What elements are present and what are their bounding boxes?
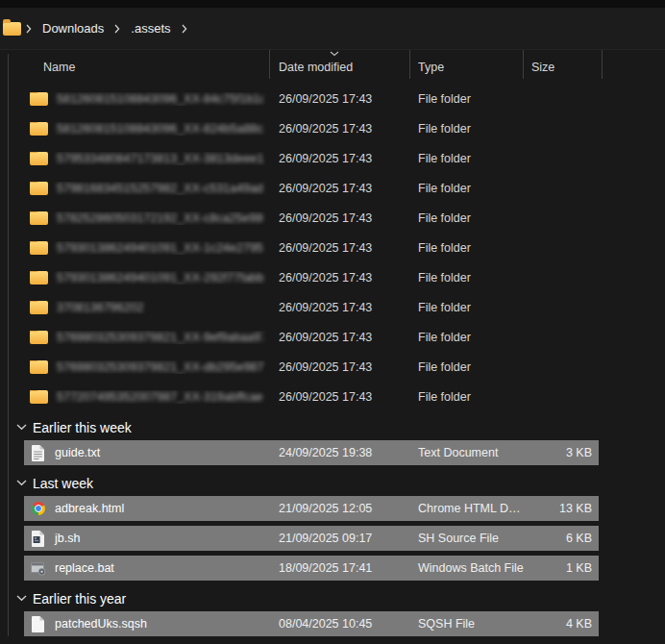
group-header-last-week[interactable]: Last week xyxy=(16,470,599,496)
file-type: SQSH File xyxy=(410,617,524,631)
folder-name: 579301386249401091_XX-1c24e279504343... xyxy=(57,241,263,255)
current-folder-icon xyxy=(3,22,21,36)
column-header-name[interactable]: Name xyxy=(24,50,270,79)
group-header-earlier-this-year[interactable]: Earlier this year xyxy=(16,585,599,611)
modified-date: 26/09/2025 17:43 xyxy=(270,241,410,255)
folder-row[interactable]: 3708136796202 26/09/2025 17:43 File fold… xyxy=(24,295,599,320)
file-type: File folder xyxy=(410,152,524,165)
file-name: guide.txt xyxy=(55,446,100,459)
file-type: File folder xyxy=(410,92,524,106)
folder-icon xyxy=(30,390,48,404)
folder-icon xyxy=(30,271,48,285)
modified-date: 26/09/2025 17:43 xyxy=(270,390,410,404)
folder-icon xyxy=(30,122,48,136)
file-type: File folder xyxy=(410,331,524,344)
sort-descending-icon xyxy=(330,51,339,57)
folder-name: 576980325309379821_XX-db295e9879c5fc... xyxy=(57,360,263,374)
file-type: File folder xyxy=(410,271,524,285)
folder-name: 3708136796202 xyxy=(57,301,143,314)
modified-date: 18/09/2025 17:41 xyxy=(270,561,410,575)
file-name: jb.sh xyxy=(55,532,80,545)
file-name: replace.bat xyxy=(55,561,114,575)
modified-date: 08/04/2025 10:45 xyxy=(270,617,410,631)
folder-row[interactable]: 581260815108843096_XX-824b5a88c5e6d... 2… xyxy=(24,116,599,141)
modified-date: 26/09/2025 17:43 xyxy=(270,182,410,195)
folder-name: 577207495352007987_XX-319abffcae0971... xyxy=(57,390,263,404)
column-header-date-modified[interactable]: Date modified xyxy=(270,50,410,79)
modified-date: 26/09/2025 17:43 xyxy=(270,122,410,136)
chevron-right-icon[interactable] xyxy=(110,24,125,34)
folder-name: 576980325309379821_XX-9ef9abaa9782ea... xyxy=(57,331,263,344)
window-top-edge xyxy=(0,0,665,8)
file-type: File folder xyxy=(410,241,524,255)
folder-row[interactable]: 577207495352007987_XX-319abffcae0971... … xyxy=(24,384,599,409)
folder-name: 579533480847173813_XX-3813deee1cfbd7... xyxy=(57,152,263,165)
modified-date: 26/09/2025 17:43 xyxy=(270,271,410,285)
chevron-down-icon xyxy=(16,595,27,602)
modified-date: 26/09/2025 17:43 xyxy=(270,211,410,225)
file-row-patcheduks-sqsh[interactable]: patchedUks.sqsh 08/04/2025 10:45 SQSH Fi… xyxy=(24,611,599,636)
file-type: SH Source File xyxy=(410,532,524,545)
breadcrumb-item-downloads[interactable]: Downloads xyxy=(37,17,110,39)
chevron-down-icon xyxy=(16,424,27,431)
folder-name: 578252860503172192_XX-c8ca25e980a3fb... xyxy=(57,211,263,225)
file-explorer-window: Downloads .assets Name Date modified Typ… xyxy=(0,0,665,644)
modified-date: 26/09/2025 17:43 xyxy=(270,92,410,106)
text-file-icon xyxy=(30,444,46,461)
column-header-size[interactable]: Size xyxy=(524,50,603,79)
file-row-replace-bat[interactable]: replace.bat 18/09/2025 17:41 Windows Bat… xyxy=(24,556,599,581)
folder-row[interactable]: 581260815108843096_XX-84c75f1b1d3ba... 2… xyxy=(24,87,599,111)
file-size: 4 KB xyxy=(524,617,599,631)
file-type: File folder xyxy=(410,211,524,225)
breadcrumb-item-assets[interactable]: .assets xyxy=(125,17,176,39)
chevron-right-icon[interactable] xyxy=(177,24,192,34)
column-header-type[interactable]: Type xyxy=(410,50,524,79)
folder-row[interactable]: 576980325309379821_XX-9ef9abaa9782ea... … xyxy=(24,325,599,350)
pane-divider xyxy=(8,54,9,636)
group-label: Earlier this week xyxy=(33,420,132,435)
folder-name: 579816834515257982_XX-c531a49ad903e1... xyxy=(57,182,263,195)
column-header-date-label: Date modified xyxy=(279,61,353,74)
modified-date: 26/09/2025 17:43 xyxy=(270,152,410,165)
file-type: File folder xyxy=(410,390,524,404)
folder-icon xyxy=(30,152,48,165)
folder-name: 581260815108843096_XX-84c75f1b1d3ba... xyxy=(57,92,263,106)
folder-icon xyxy=(30,92,48,106)
file-type: File folder xyxy=(410,122,524,136)
batch-file-icon xyxy=(30,559,46,577)
folder-icon xyxy=(30,360,48,374)
modified-date: 24/09/2025 19:38 xyxy=(270,446,410,459)
folder-row[interactable]: 578252860503172192_XX-c8ca25e980a3fb... … xyxy=(24,206,599,231)
file-list: 581260815108843096_XX-84c75f1b1d3ba... 2… xyxy=(24,87,599,641)
folder-row[interactable]: 579533480847173813_XX-3813deee1cfbd7... … xyxy=(24,146,599,171)
file-type: File folder xyxy=(410,360,524,374)
file-type: Text Document xyxy=(410,446,524,459)
column-headers: Name Date modified Type Size xyxy=(24,50,603,81)
folder-row[interactable]: 579301386249401091_XX-292f77fabb3e34... … xyxy=(24,265,599,290)
folder-name: 579301386249401091_XX-292f77fabb3e34... xyxy=(57,271,263,285)
file-name: adbreak.html xyxy=(55,502,124,515)
modified-date: 26/09/2025 17:43 xyxy=(270,301,410,314)
group-header-earlier-this-week[interactable]: Earlier this week xyxy=(16,414,599,440)
file-row-jb-sh[interactable]: jb.sh 21/09/2025 09:17 SH Source File 6 … xyxy=(24,526,599,551)
file-type: File folder xyxy=(410,301,524,314)
file-size: 3 KB xyxy=(524,446,599,459)
folder-icon xyxy=(30,241,48,255)
file-type: Windows Batch File xyxy=(410,561,524,575)
modified-date: 26/09/2025 17:43 xyxy=(270,360,410,374)
file-size: 6 KB xyxy=(524,532,599,545)
file-row-guide-txt[interactable]: guide.txt 24/09/2025 19:38 Text Document… xyxy=(24,440,599,465)
file-type: File folder xyxy=(410,182,524,195)
shell-script-icon xyxy=(30,530,46,547)
folder-row[interactable]: 576980325309379821_XX-db295e9879c5fc... … xyxy=(24,355,599,380)
folder-icon xyxy=(30,331,48,344)
chrome-icon xyxy=(30,500,46,517)
folder-row[interactable]: 579816834515257982_XX-c531a49ad903e1... … xyxy=(24,176,599,201)
chevron-down-icon xyxy=(16,480,27,486)
file-row-adbreak-html[interactable]: adbreak.html 21/09/2025 12:05 Chrome HTM… xyxy=(24,496,599,521)
breadcrumb: Downloads .assets xyxy=(0,8,665,50)
folder-icon xyxy=(30,301,48,314)
file-name: patchedUks.sqsh xyxy=(55,617,147,631)
folder-row[interactable]: 579301386249401091_XX-1c24e279504343... … xyxy=(24,235,599,260)
chevron-right-icon xyxy=(21,24,37,34)
